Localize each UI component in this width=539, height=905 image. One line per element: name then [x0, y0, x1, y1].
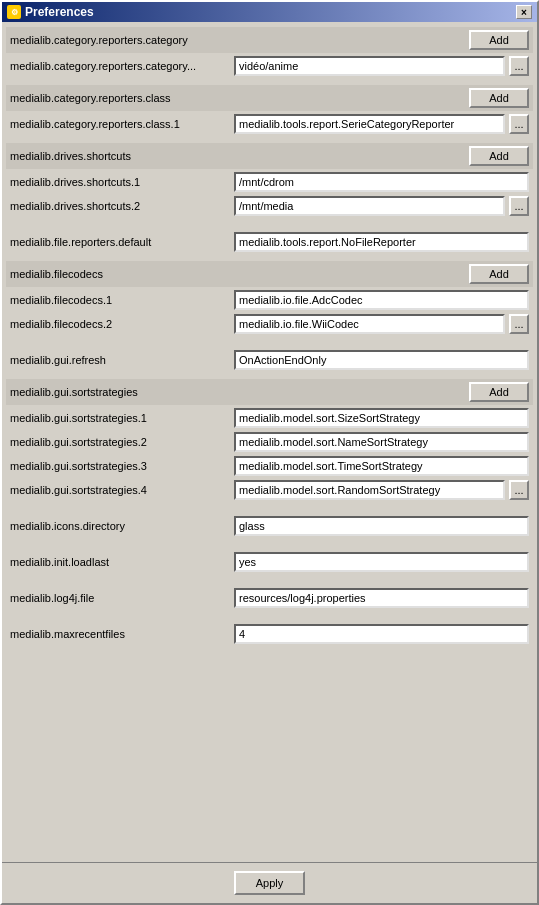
pref-input-cat_reporters_class-0[interactable]	[234, 114, 505, 134]
add-button-cat_reporters_category[interactable]: Add	[469, 30, 529, 50]
pref-label-drives_shortcuts-1: medialib.drives.shortcuts.2	[10, 200, 230, 212]
pref-row-gui_refresh-0: medialib.gui.refresh	[6, 348, 533, 372]
pref-row-filecodecs-1: medialib.filecodecs.2...	[6, 312, 533, 336]
section-header-cat_reporters_category: medialib.category.reporters.categoryAdd	[6, 27, 533, 53]
pref-input-drives_shortcuts-0[interactable]	[234, 172, 529, 192]
pref-row-cat_reporters_category-0: medialib.category.reporters.category....…	[6, 54, 533, 78]
section-label-cat_reporters_category: medialib.category.reporters.category	[10, 34, 188, 46]
pref-label-gui_sortstrategies-0: medialib.gui.sortstrategies.1	[10, 412, 230, 424]
add-button-drives_shortcuts[interactable]: Add	[469, 146, 529, 166]
pref-label-gui_refresh-0: medialib.gui.refresh	[10, 354, 230, 366]
pref-input-gui_sortstrategies-0[interactable]	[234, 408, 529, 428]
ellipsis-button-cat_reporters_category-0[interactable]: ...	[509, 56, 529, 76]
ellipsis-button-cat_reporters_class-0[interactable]: ...	[509, 114, 529, 134]
pref-label-drives_shortcuts-0: medialib.drives.shortcuts.1	[10, 176, 230, 188]
pref-row-drives_shortcuts-0: medialib.drives.shortcuts.1	[6, 170, 533, 194]
pref-label-maxrecentfiles-0: medialib.maxrecentfiles	[10, 628, 230, 640]
pref-label-icons_directory-0: medialib.icons.directory	[10, 520, 230, 532]
scroll-area[interactable]: medialib.category.reporters.categoryAddm…	[2, 22, 537, 862]
pref-input-gui_sortstrategies-1[interactable]	[234, 432, 529, 452]
pref-label-filecodecs-0: medialib.filecodecs.1	[10, 294, 230, 306]
section-label-filecodecs: medialib.filecodecs	[10, 268, 103, 280]
pref-input-filecodecs-0[interactable]	[234, 290, 529, 310]
section-label-cat_reporters_class: medialib.category.reporters.class	[10, 92, 171, 104]
section-label-drives_shortcuts: medialib.drives.shortcuts	[10, 150, 131, 162]
title-bar-left: ⚙ Preferences	[7, 5, 94, 19]
pref-label-file_reporters_default-0: medialib.file.reporters.default	[10, 236, 230, 248]
add-button-gui_sortstrategies[interactable]: Add	[469, 382, 529, 402]
pref-input-gui_refresh-0[interactable]	[234, 350, 529, 370]
ellipsis-button-drives_shortcuts-1[interactable]: ...	[509, 196, 529, 216]
close-button[interactable]: ×	[516, 5, 532, 19]
pref-row-maxrecentfiles-0: medialib.maxrecentfiles	[6, 622, 533, 646]
pref-label-gui_sortstrategies-2: medialib.gui.sortstrategies.3	[10, 460, 230, 472]
pref-label-cat_reporters_category-0: medialib.category.reporters.category...	[10, 60, 230, 72]
pref-row-cat_reporters_class-0: medialib.category.reporters.class.1...	[6, 112, 533, 136]
content-area: medialib.category.reporters.categoryAddm…	[2, 22, 537, 862]
pref-input-icons_directory-0[interactable]	[234, 516, 529, 536]
pref-row-file_reporters_default-0: medialib.file.reporters.default	[6, 230, 533, 254]
pref-input-file_reporters_default-0[interactable]	[234, 232, 529, 252]
section-header-cat_reporters_class: medialib.category.reporters.classAdd	[6, 85, 533, 111]
pref-input-init_loadlast-0[interactable]	[234, 552, 529, 572]
pref-input-gui_sortstrategies-2[interactable]	[234, 456, 529, 476]
pref-label-log4j_file-0: medialib.log4j.file	[10, 592, 230, 604]
window-title: Preferences	[25, 5, 94, 19]
pref-input-log4j_file-0[interactable]	[234, 588, 529, 608]
pref-label-gui_sortstrategies-3: medialib.gui.sortstrategies.4	[10, 484, 230, 496]
section-header-drives_shortcuts: medialib.drives.shortcutsAdd	[6, 143, 533, 169]
pref-row-gui_sortstrategies-3: medialib.gui.sortstrategies.4...	[6, 478, 533, 502]
ellipsis-button-gui_sortstrategies-3[interactable]: ...	[509, 480, 529, 500]
pref-row-drives_shortcuts-1: medialib.drives.shortcuts.2...	[6, 194, 533, 218]
section-header-gui_sortstrategies: medialib.gui.sortstrategiesAdd	[6, 379, 533, 405]
pref-row-filecodecs-0: medialib.filecodecs.1	[6, 288, 533, 312]
preferences-window: ⚙ Preferences × medialib.category.report…	[0, 0, 539, 905]
section-header-filecodecs: medialib.filecodecsAdd	[6, 261, 533, 287]
add-button-filecodecs[interactable]: Add	[469, 264, 529, 284]
pref-label-cat_reporters_class-0: medialib.category.reporters.class.1	[10, 118, 230, 130]
pref-label-init_loadlast-0: medialib.init.loadlast	[10, 556, 230, 568]
title-bar: ⚙ Preferences ×	[2, 2, 537, 22]
bottom-bar: Apply	[2, 862, 537, 903]
apply-button[interactable]: Apply	[234, 871, 306, 895]
pref-label-filecodecs-1: medialib.filecodecs.2	[10, 318, 230, 330]
pref-input-drives_shortcuts-1[interactable]	[234, 196, 505, 216]
ellipsis-button-filecodecs-1[interactable]: ...	[509, 314, 529, 334]
pref-row-init_loadlast-0: medialib.init.loadlast	[6, 550, 533, 574]
pref-input-filecodecs-1[interactable]	[234, 314, 505, 334]
add-button-cat_reporters_class[interactable]: Add	[469, 88, 529, 108]
pref-input-maxrecentfiles-0[interactable]	[234, 624, 529, 644]
pref-input-gui_sortstrategies-3[interactable]	[234, 480, 505, 500]
window-icon: ⚙	[7, 5, 21, 19]
pref-label-gui_sortstrategies-1: medialib.gui.sortstrategies.2	[10, 436, 230, 448]
pref-row-icons_directory-0: medialib.icons.directory	[6, 514, 533, 538]
pref-row-gui_sortstrategies-1: medialib.gui.sortstrategies.2	[6, 430, 533, 454]
section-label-gui_sortstrategies: medialib.gui.sortstrategies	[10, 386, 138, 398]
pref-row-gui_sortstrategies-0: medialib.gui.sortstrategies.1	[6, 406, 533, 430]
pref-row-gui_sortstrategies-2: medialib.gui.sortstrategies.3	[6, 454, 533, 478]
pref-input-cat_reporters_category-0[interactable]	[234, 56, 505, 76]
pref-row-log4j_file-0: medialib.log4j.file	[6, 586, 533, 610]
